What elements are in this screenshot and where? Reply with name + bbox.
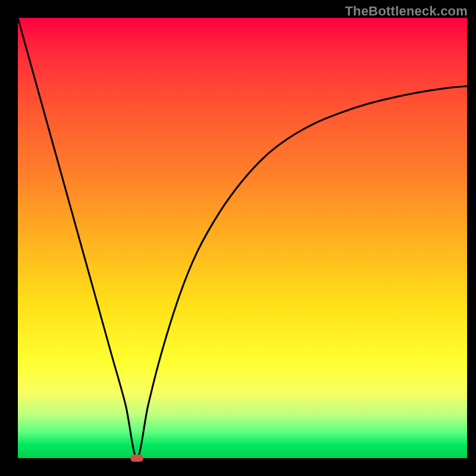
- plot-area: [18, 18, 467, 458]
- minimum-marker: [130, 455, 143, 462]
- watermark-text: TheBottleneck.com: [345, 4, 468, 19]
- curve-layer: [18, 18, 467, 458]
- chart-frame: TheBottleneck.com: [0, 0, 476, 476]
- bottleneck-curve: [18, 18, 467, 458]
